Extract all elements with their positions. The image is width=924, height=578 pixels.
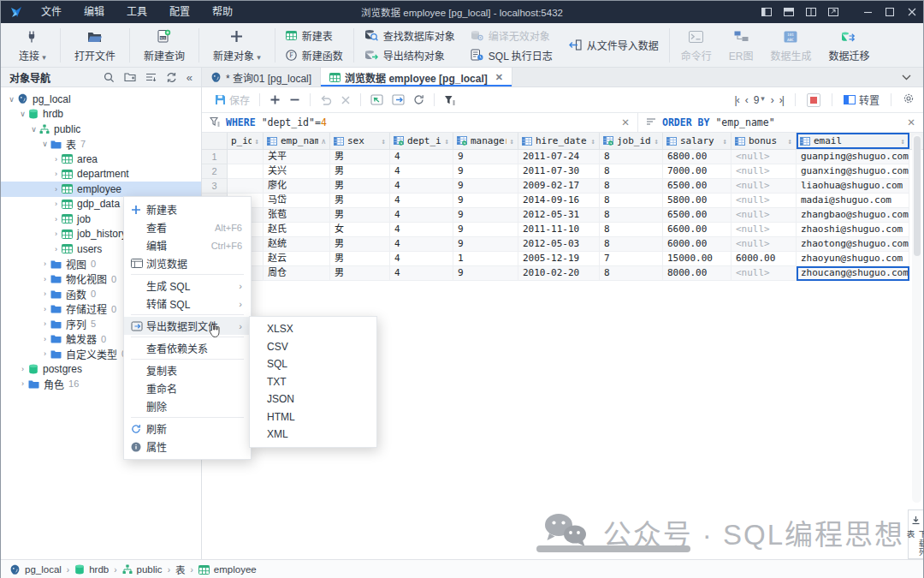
column-header-salary[interactable]: salary↕	[663, 133, 732, 149]
cell[interactable]	[228, 150, 264, 164]
cell[interactable]: madai@shuguo.com	[797, 194, 909, 208]
expand-chevron-icon[interactable]: ›	[17, 365, 28, 373]
column-header-hire_date[interactable]: hire_date↕	[518, 133, 600, 149]
cell[interactable]: 6000.00	[732, 252, 797, 266]
clear-filter-button[interactable]: ✕	[907, 116, 915, 128]
context-menu-item-属性[interactable]: 属性	[124, 438, 251, 456]
cell[interactable]: 6600.00	[663, 223, 732, 237]
layout-split-button[interactable]	[800, 1, 822, 23]
sort-both-icon[interactable]: ↕	[901, 137, 905, 146]
cell[interactable]: 4	[390, 223, 453, 237]
cell[interactable]: zhaoyun@shuguo.com	[797, 252, 909, 266]
cell[interactable]: 2010-02-20	[518, 266, 600, 281]
cell[interactable]: 7	[600, 252, 663, 266]
page-size-select[interactable]: 9▾	[754, 94, 765, 106]
toolbar-button-新建表[interactable]: 新建表	[286, 27, 343, 43]
cell[interactable]: 9	[453, 194, 518, 208]
expand-chevron-icon[interactable]: ›	[39, 305, 50, 313]
collapse-chevron-icon[interactable]: ∨	[6, 95, 17, 104]
breadcrumb-pg_local[interactable]: pg_local	[9, 564, 62, 575]
cell[interactable]: 张苞	[264, 208, 330, 223]
row-number[interactable]: 2	[202, 164, 228, 179]
toolbar-button-新建函数[interactable]: F新建函数	[286, 47, 343, 63]
cell[interactable]: 9	[453, 223, 518, 237]
toolbar-button-打开文件[interactable]: 打开文件	[63, 25, 127, 66]
order-by-input[interactable]: ORDER BY "emp_name" ✕	[638, 113, 923, 132]
cell[interactable]: 8000.00	[663, 266, 732, 281]
first-page-button[interactable]: |‹	[735, 94, 739, 106]
cell[interactable]: 4	[390, 208, 453, 223]
cell[interactable]: 女	[330, 223, 390, 237]
cell[interactable]: 8	[600, 266, 663, 281]
cell[interactable]: 6500.00	[663, 208, 732, 223]
context-menu-item-查看依赖关系[interactable]: 查看依赖关系	[124, 339, 251, 357]
context-menu-item-复制表[interactable]: 复制表	[124, 361, 251, 379]
cell[interactable]: 8	[600, 237, 663, 252]
tree-item-hrdb[interactable]: ∨hrdb	[1, 107, 201, 122]
tab-close-icon[interactable]: ✕	[495, 72, 503, 83]
cell[interactable]: 关兴	[264, 164, 330, 179]
cell[interactable]	[228, 179, 264, 194]
search-button[interactable]	[104, 72, 115, 83]
maximize-button[interactable]	[879, 1, 901, 23]
cell[interactable]: zhaotong@shuguo.com	[797, 237, 909, 252]
menu-item-1[interactable]: 编辑	[73, 1, 116, 23]
toolbar-button-新建对象[interactable]: 新建对象 ▾	[202, 25, 272, 66]
expand-chevron-icon[interactable]: ›	[50, 170, 62, 178]
cell[interactable]: 8	[600, 164, 663, 179]
settings-gear-button[interactable]	[903, 92, 915, 107]
cell[interactable]: 廖化	[264, 179, 330, 194]
cell[interactable]: <null>	[732, 179, 797, 194]
toolbar-button-连接[interactable]: 连接 ▾	[8, 25, 57, 66]
cell[interactable]: 2005-12-19	[518, 252, 600, 266]
expand-list-button[interactable]	[145, 72, 157, 82]
expand-chevron-icon[interactable]: ›	[39, 335, 50, 343]
cell[interactable]: 15000.00	[663, 252, 732, 266]
row-number[interactable]: 3	[202, 179, 228, 194]
cell[interactable]: 8	[600, 150, 663, 164]
sort-both-icon[interactable]: ↕	[591, 137, 595, 146]
cell[interactable]: liaohua@shuguo.com	[797, 179, 909, 194]
toolbar-button-查找数据库对象[interactable]: 查找数据库对象	[364, 27, 455, 43]
new-folder-button[interactable]	[124, 72, 136, 82]
column-header-emp_name[interactable]: emp_name∧	[264, 133, 330, 149]
download-list-tab[interactable]: 下载列表	[908, 509, 923, 559]
column-header-sex[interactable]: sex↕	[330, 133, 390, 149]
minimize-button[interactable]	[856, 1, 879, 23]
column-header-job_id[interactable]: job_id↕	[600, 133, 663, 149]
breadcrumb-employee[interactable]: employee	[198, 564, 257, 575]
column-header-dept_id[interactable]: dept_id↕	[390, 133, 453, 149]
cell[interactable]: 关平	[264, 150, 330, 164]
remove-row-button[interactable]	[289, 94, 300, 105]
cell[interactable]: 2011-07-30	[518, 164, 600, 179]
sort-asc-icon[interactable]: ∧	[322, 137, 326, 146]
expand-chevron-icon[interactable]: ›	[50, 185, 62, 194]
cell[interactable]: <null>	[732, 266, 797, 281]
collapse-chevron-icon[interactable]: ∨	[28, 125, 39, 134]
collapse-button[interactable]: «	[187, 71, 192, 84]
export-format-HTML[interactable]: HTML	[250, 408, 376, 426]
import-data-button[interactable]	[370, 94, 383, 105]
expand-chevron-icon[interactable]: ›	[50, 200, 62, 208]
cell[interactable]: 4	[390, 266, 453, 281]
toolbar-button-新建查询[interactable]: SQL新建查询	[133, 25, 196, 66]
cell[interactable]: 4	[390, 252, 453, 266]
context-menu-item-浏览数据[interactable]: 浏览数据	[124, 254, 251, 272]
cell[interactable]: 男	[330, 208, 390, 223]
context-menu-item-转储 SQL[interactable]: 转储 SQL›	[124, 295, 251, 313]
cell[interactable]: 2011-11-10	[518, 223, 600, 237]
clear-where-button[interactable]: ✕	[621, 116, 630, 128]
expand-chevron-icon[interactable]: ›	[39, 259, 50, 268]
toolbar-button-导出结构对象[interactable]: 导出结构对象	[364, 47, 455, 63]
expand-chevron-icon[interactable]: ›	[50, 155, 62, 164]
layout-float-button[interactable]	[822, 1, 844, 23]
toolbar-button-SQL 执行日志[interactable]: SQL 执行日志	[471, 47, 553, 63]
export-format-TXT[interactable]: TXT	[250, 373, 376, 391]
where-filter-input[interactable]: WHERE "dept_id"=4 ✕	[202, 113, 638, 132]
cell[interactable]: 7000.00	[663, 164, 732, 179]
cell[interactable]: <null>	[732, 237, 797, 252]
cell[interactable]: <null>	[732, 150, 797, 164]
expand-chevron-icon[interactable]: ›	[50, 215, 62, 223]
cell[interactable]: 男	[330, 237, 390, 252]
context-menu-item-删除[interactable]: 删除	[124, 397, 251, 415]
